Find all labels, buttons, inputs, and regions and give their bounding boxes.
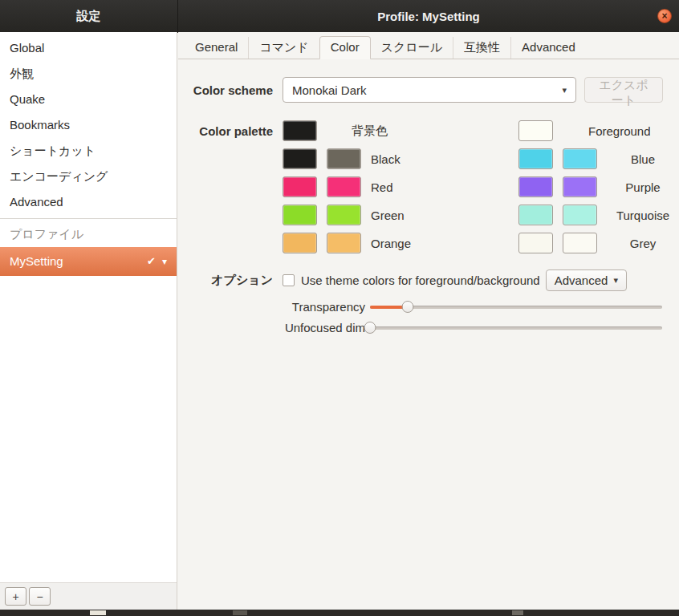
background-color-label: 背景色 [352, 124, 509, 139]
tab-bar: General コマンド Color スクロール 互換性 Advanced [178, 32, 679, 59]
black-swatch-2[interactable] [327, 148, 361, 169]
close-icon: × [661, 11, 667, 21]
grey-swatch-1[interactable] [518, 233, 553, 253]
profile-name: MySetting [10, 255, 140, 268]
background-color-swatch[interactable] [283, 120, 317, 141]
advanced-options-dropdown[interactable]: Advanced ▾ [546, 270, 627, 291]
tab-compatibility[interactable]: 互換性 [453, 37, 510, 59]
color-scheme-value: Monokai Dark [292, 83, 367, 97]
unfocused-dim-row: Unfocused dim [185, 321, 679, 334]
green-swatch-1[interactable] [283, 205, 317, 225]
tab-advanced[interactable]: Advanced [510, 37, 586, 59]
options-row: オプション Use theme colors for foreground/ba… [185, 270, 679, 291]
red-label: Red [371, 180, 509, 194]
sidebar-item-bookmarks[interactable]: Bookmarks [0, 112, 177, 138]
transparency-row: Transparency [185, 300, 679, 314]
taskbar-fragment [512, 610, 523, 615]
window-title: Profile: MySetting [377, 10, 480, 23]
grey-label: Grey [607, 237, 679, 250]
color-scheme-label: Color scheme [185, 83, 273, 97]
sidebar-header: 設定 [0, 0, 178, 33]
sidebar-separator [0, 218, 177, 219]
background-window-strip [0, 610, 679, 616]
transparency-slider[interactable] [370, 301, 662, 314]
add-profile-button[interactable]: + [5, 587, 26, 606]
use-theme-colors-checkbox[interactable] [283, 274, 295, 286]
turquoise-swatch-1[interactable] [518, 205, 553, 225]
close-button[interactable]: × [657, 9, 672, 23]
purple-label: Purple [607, 180, 679, 194]
sidebar-item-profile-mysetting[interactable]: MySetting ✔ ▾ [0, 247, 177, 276]
purple-swatch-2[interactable] [563, 176, 597, 197]
color-palette-label: Color palette [185, 124, 273, 138]
color-palette-section: Color palette 背景色 Foreground Black Blue [185, 120, 679, 253]
color-scheme-select[interactable]: Monokai Dark ▾ [283, 77, 576, 103]
profile-panel: General コマンド Color スクロール 互換性 Advanced Co… [178, 32, 679, 610]
advanced-options-value: Advanced [555, 274, 608, 287]
foreground-color-label: Foreground [588, 124, 679, 138]
sidebar-item-global[interactable]: Global [0, 35, 177, 61]
black-label: Black [371, 152, 509, 166]
turquoise-label: Turquoise [607, 209, 679, 222]
sidebar-item-quake[interactable]: Quake [0, 87, 177, 112]
sidebar-item-shortcuts[interactable]: ショートカット [0, 138, 177, 164]
blue-label: Blue [607, 152, 679, 166]
orange-label: Orange [371, 237, 509, 250]
sidebar-item-encoding[interactable]: エンコーディング [0, 164, 177, 189]
unfocused-dim-label: Unfocused dim [185, 321, 365, 334]
unfocused-dim-slider[interactable] [370, 322, 662, 334]
preferences-window: 設定 Profile: MySetting × Global 外観 Quake … [0, 0, 679, 616]
color-tab-panel: Color scheme Monokai Dark ▾ エクスポート Color… [178, 59, 679, 334]
purple-swatch-1[interactable] [518, 176, 553, 197]
color-scheme-row: Color scheme Monokai Dark ▾ エクスポート [185, 77, 679, 103]
red-swatch-2[interactable] [327, 176, 361, 197]
tab-general[interactable]: General [185, 37, 248, 59]
slider-track[interactable] [370, 326, 662, 330]
green-swatch-2[interactable] [327, 205, 361, 225]
use-theme-colors-label: Use theme colors for foreground/backgrou… [301, 274, 540, 287]
tab-scrolling[interactable]: スクロール [371, 37, 453, 59]
options-label: オプション [185, 273, 273, 288]
taskbar-fragment [90, 610, 106, 615]
blue-swatch-1[interactable] [518, 148, 553, 169]
check-icon: ✔ [147, 255, 156, 268]
grey-swatch-2[interactable] [563, 233, 597, 253]
green-label: Green [371, 209, 509, 222]
taskbar-fragment [233, 610, 247, 615]
chevron-down-icon: ▾ [613, 275, 618, 286]
foreground-color-swatch[interactable] [518, 120, 553, 141]
orange-swatch-2[interactable] [327, 233, 361, 253]
tab-color[interactable]: Color [319, 36, 371, 59]
sidebar-item-appearance[interactable]: 外観 [0, 61, 177, 87]
sidebar-item-advanced[interactable]: Advanced [0, 189, 177, 215]
transparency-label: Transparency [185, 300, 365, 314]
palette-grid: 背景色 Foreground Black Blue Red [283, 120, 679, 253]
black-swatch-1[interactable] [283, 148, 317, 169]
unfocused-dim-slider-knob[interactable] [364, 322, 376, 334]
blue-swatch-2[interactable] [563, 148, 597, 169]
red-swatch-1[interactable] [283, 176, 317, 197]
remove-profile-button[interactable]: − [29, 587, 51, 606]
tab-command[interactable]: コマンド [248, 37, 319, 59]
sidebar: Global 外観 Quake Bookmarks ショートカット エンコーディ… [0, 32, 177, 610]
chevron-down-icon: ▾ [562, 85, 567, 95]
profile-toolbar: + − [0, 582, 177, 610]
turquoise-swatch-2[interactable] [563, 205, 597, 225]
sidebar-section-profiles: プロファイル [0, 221, 177, 247]
export-button[interactable]: エクスポート [584, 77, 663, 103]
orange-swatch-1[interactable] [283, 233, 317, 253]
titlebar: 設定 Profile: MySetting × [0, 0, 679, 32]
chevron-down-icon[interactable]: ▾ [162, 255, 167, 268]
window-titlebar: Profile: MySetting × [178, 0, 679, 33]
transparency-slider-knob[interactable] [402, 301, 414, 313]
sidebar-title: 設定 [77, 9, 101, 24]
